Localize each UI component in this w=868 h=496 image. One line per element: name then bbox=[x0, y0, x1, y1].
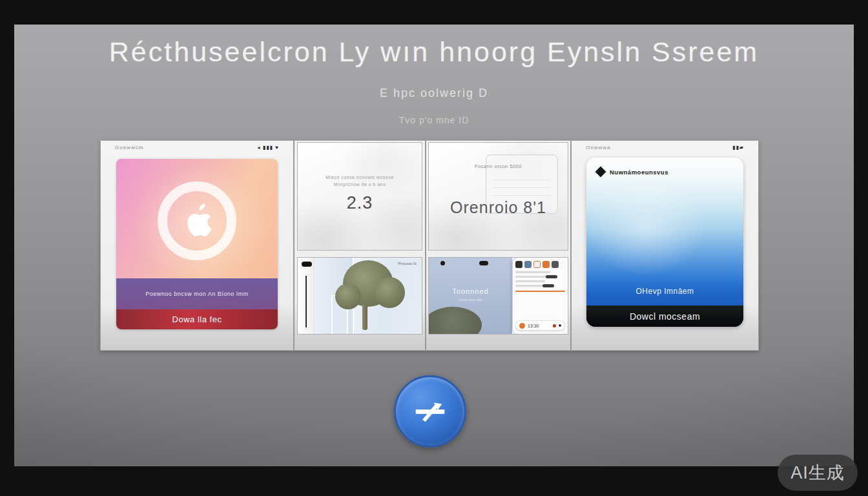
photo-caption: Prcuuuu fc bbox=[398, 262, 417, 265]
toggle-pill bbox=[542, 284, 554, 287]
blue-promo-card[interactable]: Nuwnámoeunsvus OHevp Imnâem Dowcl mocsea… bbox=[586, 158, 743, 327]
app-icon bbox=[515, 261, 522, 268]
sketch-line bbox=[493, 180, 551, 180]
ring-badge bbox=[158, 181, 236, 260]
tree-trunk bbox=[362, 304, 367, 330]
list-row bbox=[515, 276, 557, 278]
stage: Récthuseelcron Ly wın hnoorg Eynsln Ssre… bbox=[0, 0, 868, 496]
toggle-pill bbox=[546, 275, 557, 278]
app-icon bbox=[552, 261, 559, 268]
app-icon-row bbox=[515, 261, 565, 268]
dock-dark-icon bbox=[559, 324, 561, 327]
ai-watermark-label: AI生成 bbox=[790, 461, 845, 484]
wallpaper-thumbnail[interactable]: Toonnned cooo coco ooo 13:30 bbox=[428, 257, 568, 335]
dock-red-icon bbox=[553, 324, 556, 327]
apple-icon bbox=[177, 201, 217, 241]
gradient-swirl bbox=[586, 158, 743, 327]
options-panel: Goewwcm ◂ ▮▮▮ ♥ Poewnoo bncsw mon An Bío… bbox=[100, 140, 759, 351]
phone-wallpaper: Toonnned cooo coco ooo bbox=[429, 258, 512, 334]
list-row bbox=[515, 280, 545, 282]
download-button-dark[interactable]: Dowcl mocseam bbox=[586, 305, 743, 327]
camera-pill-icon bbox=[302, 262, 312, 267]
version-note-line1: M/ecd conve ncnowis wcnove bbox=[298, 174, 422, 181]
sketch-line bbox=[493, 187, 551, 188]
phone-edge bbox=[298, 258, 315, 334]
dock-bar: 13:30 bbox=[515, 320, 565, 331]
statusbar: Onwwwa ▮▮▰ bbox=[572, 145, 758, 150]
promo-caption-band: Poewnoo bncsw mon An Bíono Imm bbox=[116, 278, 278, 309]
sketch-line bbox=[493, 195, 551, 196]
tree-crown bbox=[374, 277, 405, 308]
wallpaper-title: Toonnned bbox=[429, 287, 512, 295]
option-column-apple[interactable]: Goewwcm ◂ ▮▮▮ ♥ Poewnoo bncsw mon An Bío… bbox=[101, 141, 293, 350]
version-notes: M/ecd conve ncnowis wcnove Mnnprcnow de … bbox=[298, 174, 422, 188]
page-tagline: Tvo p'o mne ID bbox=[14, 115, 854, 125]
app-panel: 13:30 bbox=[512, 258, 568, 334]
apple-promo-card[interactable]: Poewnoo bncsw mon An Bíono Imm Dowa lla … bbox=[116, 159, 278, 329]
model-thumbnail[interactable]: Focann orcon 5000 Orenroio 8'1 bbox=[428, 142, 568, 251]
version-thumbnail[interactable]: M/ecd conve ncnowis wcnove Mnnprcnow de … bbox=[297, 142, 422, 251]
interior-photo-thumbnail[interactable]: Prcuuuu fc bbox=[297, 257, 422, 335]
blue-card-header: Nuwnámoeunsvus bbox=[597, 168, 668, 176]
status-icons: ▮▮▰ bbox=[732, 145, 744, 150]
blue-band-caption: OHevp Imnâem bbox=[586, 287, 743, 296]
version-number: 2.3 bbox=[298, 193, 422, 213]
download-button[interactable]: Dowa lla fec bbox=[116, 309, 278, 329]
promo-caption: Poewnoo bncsw mon An Bíono Imm bbox=[145, 291, 249, 297]
list-row bbox=[515, 285, 554, 287]
app-icon bbox=[533, 261, 541, 268]
setup-screen: Récthuseelcron Ly wın hnoorg Eynsln Ssre… bbox=[14, 25, 854, 466]
diamond-icon bbox=[595, 167, 606, 178]
camera-dot-icon bbox=[440, 261, 445, 265]
option-column-model[interactable]: Focann orcon 5000 Orenroio 8'1 Toonnned … bbox=[426, 141, 570, 350]
camera-pill-icon bbox=[479, 261, 488, 265]
status-icons: ◂ ▮▮▮ ♥ bbox=[258, 145, 279, 150]
download-button-label: Dowa lla fec bbox=[172, 315, 222, 324]
option-column-version[interactable]: M/ecd conve ncnowis wcnove Mnnprcnow de … bbox=[294, 141, 425, 350]
continue-button[interactable] bbox=[394, 375, 466, 448]
phone-edge-line bbox=[305, 276, 307, 327]
status-time: Onwwwa bbox=[586, 145, 610, 150]
option-column-blue[interactable]: Onwwwa ▮▮▰ Nuwnámoeunsvus OHevp Imnâem D… bbox=[572, 141, 758, 350]
tree-crown bbox=[335, 284, 361, 309]
statusbar: Goewwcm ◂ ▮▮▮ ♥ bbox=[101, 145, 293, 150]
app-icon bbox=[524, 261, 532, 268]
version-note-line2: Mnnprcnow de o b ano bbox=[298, 181, 422, 188]
accent-divider bbox=[515, 291, 565, 292]
download-button-dark-label: Dowcl mocseam bbox=[630, 311, 700, 322]
ai-watermark-badge: AI生成 bbox=[778, 455, 858, 491]
list-row bbox=[515, 271, 550, 273]
dock-orange-icon bbox=[519, 323, 525, 329]
blue-card-title: Nuwnámoeunsvus bbox=[610, 169, 668, 176]
page-title: Récthuseelcron Ly wın hnoorg Eynsln Ssre… bbox=[14, 36, 854, 68]
model-box-label: Focann orcon 5000 bbox=[429, 163, 568, 169]
tree-silhouette bbox=[428, 307, 482, 335]
wallpaper-subtitle: cooo coco ooo bbox=[429, 298, 512, 302]
page-subtitle: E hpc oolwerig D bbox=[14, 87, 854, 100]
app-icon bbox=[542, 261, 550, 268]
dock-time: 13:30 bbox=[528, 324, 539, 328]
model-title: Orenroio 8'1 bbox=[429, 198, 568, 217]
status-time: Goewwcm bbox=[115, 145, 143, 150]
merge-arrow-icon bbox=[411, 393, 449, 430]
